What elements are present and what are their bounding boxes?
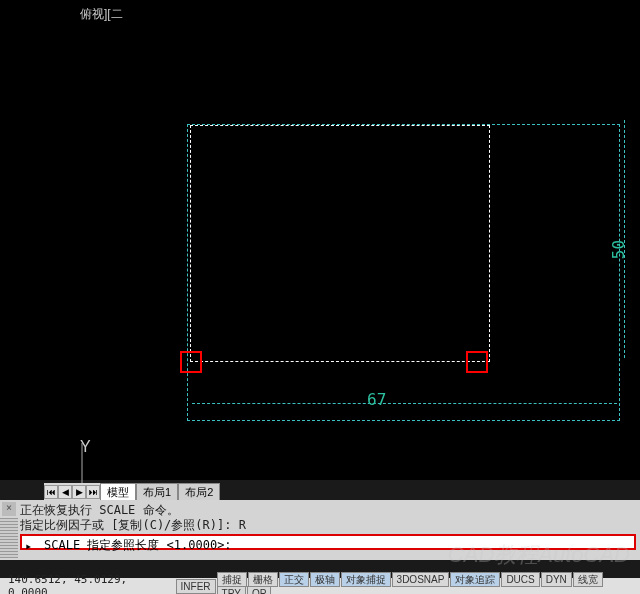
layout-tab-2[interactable]: 布局2 [178, 483, 220, 501]
coordinates[interactable]: 140.6512, 45.0129, 0.0000 [0, 573, 175, 594]
ucs-y-label: Y [80, 438, 91, 456]
snap-marker-right [466, 351, 488, 373]
layout-tabs: ⏮◀▶⏭模型布局1布局2 [44, 483, 220, 500]
status-bar: 140.6512, 45.0129, 0.0000 INFER 捕捉栅格正交极轴… [0, 578, 640, 594]
dimension-67: 67 [367, 390, 386, 409]
drawing-viewport[interactable]: 67 50 Y X [0, 30, 640, 480]
status-btn-8[interactable]: DYN [541, 572, 572, 587]
dim-line-horizontal [192, 403, 617, 404]
snap-marker-left [180, 351, 202, 373]
command-icon: ▸ [25, 539, 41, 553]
status-infer[interactable]: INFER [176, 579, 216, 594]
model-space[interactable]: 67 50 Y X [42, 60, 640, 480]
tab-nav-1[interactable]: ◀ [58, 485, 72, 499]
status-btn-2[interactable]: 正交 [279, 572, 309, 587]
status-btn-9[interactable]: 线宽 [573, 572, 603, 587]
layout-tab-0[interactable]: 模型 [100, 483, 136, 501]
tab-nav-2[interactable]: ▶ [72, 485, 86, 499]
status-btn-4[interactable]: 对象捕捉 [341, 572, 391, 587]
status-btn-11[interactable]: QP [247, 586, 271, 594]
command-history-2: 指定比例因子或 [复制(C)/参照(R)]: R [20, 518, 636, 533]
dimension-50: 50 [609, 240, 628, 259]
command-area: × 正在恢复执行 SCALE 命令。 指定比例因子或 [复制(C)/参照(R)]… [0, 500, 640, 560]
status-btn-0[interactable]: 捕捉 [217, 572, 247, 587]
selection-rectangle [190, 125, 490, 362]
command-input[interactable]: ▸SCALE 指定参照长度 <1.0000>: [20, 534, 636, 550]
tab-nav-0[interactable]: ⏮ [44, 485, 58, 499]
title-bar: 俯视][二 [0, 0, 640, 30]
tab-nav-3[interactable]: ⏭ [86, 485, 100, 499]
close-icon[interactable]: × [2, 502, 16, 516]
command-prompt: SCALE 指定参照长度 <1.0000>: [44, 538, 232, 552]
command-history-1: 正在恢复执行 SCALE 命令。 [20, 503, 636, 518]
layout-tab-1[interactable]: 布局1 [136, 483, 178, 501]
status-btn-10[interactable]: TPY [217, 586, 246, 594]
status-btn-3[interactable]: 极轴 [310, 572, 340, 587]
status-btn-6[interactable]: 对象追踪 [450, 572, 500, 587]
view-label: 俯视][二 [80, 6, 123, 23]
grip-icon[interactable] [0, 518, 18, 558]
status-btn-5[interactable]: 3DOSNAP [392, 572, 450, 587]
status-btn-7[interactable]: DUCS [501, 572, 539, 587]
status-btn-1[interactable]: 栅格 [248, 572, 278, 587]
